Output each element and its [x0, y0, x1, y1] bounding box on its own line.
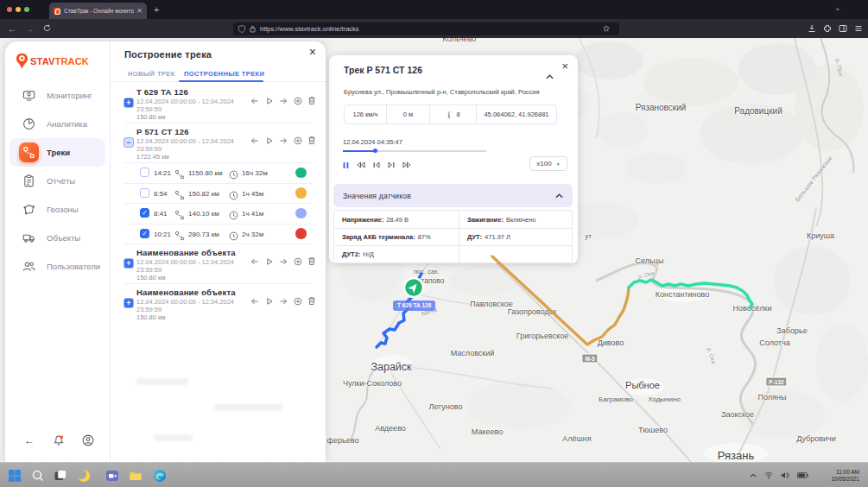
reports-icon: [19, 171, 39, 191]
sidebar-item-geozones[interactable]: Геозоны: [10, 195, 105, 224]
volume-icon[interactable]: [781, 471, 789, 479]
notifications-bell-icon[interactable]: [53, 434, 65, 451]
play-track-icon[interactable]: [265, 256, 274, 266]
locate-track-icon[interactable]: [294, 136, 302, 145]
reload-button[interactable]: [38, 24, 55, 34]
delete-track-icon[interactable]: [307, 296, 316, 306]
tray-chevron-icon[interactable]: [750, 472, 757, 479]
edge-icon[interactable]: [153, 469, 167, 483]
sidebar-item-analytics[interactable]: Аналитика: [10, 110, 105, 138]
menu-icon[interactable]: [854, 21, 863, 36]
play-track-icon[interactable]: [265, 296, 274, 306]
wifi-icon[interactable]: [764, 471, 773, 479]
track-item[interactable]: +Т 629 ТА 12612.04.2024 00:00:00 - 12.04…: [111, 83, 326, 123]
expand-track-button[interactable]: +: [124, 98, 134, 108]
play-track-icon[interactable]: [265, 136, 274, 145]
new-tab-button[interactable]: +: [154, 3, 159, 16]
search-icon[interactable]: [31, 469, 45, 483]
sidebar-toggle-icon[interactable]: [839, 21, 847, 36]
track-item[interactable]: +Наименование объекта12.04.2024 00:00:00…: [111, 283, 326, 323]
expand-track-button[interactable]: +: [124, 258, 134, 269]
list-tabs-icon[interactable]: ⌄: [834, 3, 841, 12]
vehicle-plate-badge[interactable]: Т 629 ТА 126: [393, 300, 435, 311]
teams-icon[interactable]: [105, 469, 119, 483]
zoom-window-button[interactable]: [24, 7, 29, 12]
locate-track-icon[interactable]: [294, 256, 302, 266]
taskbar-clock[interactable]: 11:00 AM 10/05/2021: [816, 469, 859, 483]
segment-checkbox[interactable]: ✓: [140, 208, 149, 218]
app-logo[interactable]: STAVTRACK: [16, 53, 89, 69]
next-track-icon[interactable]: [279, 96, 288, 105]
sidebar-item-monitoring[interactable]: Мониторинг: [10, 81, 105, 110]
sidebar-item-objects[interactable]: Объекты: [10, 224, 105, 252]
sidebar-nav: МониторингАналитикаТрекиОтчётыГеозоныОбъ…: [5, 81, 110, 281]
play-track-icon[interactable]: [265, 96, 274, 105]
playback-slider[interactable]: [343, 150, 486, 152]
playback-speed-select[interactable]: x100▼: [529, 156, 567, 171]
tab-built-tracks[interactable]: ПОСТРОЕННЫЕ ТРЕКИ: [184, 70, 264, 78]
track-segment-row[interactable]: 6:54150.82 км1ч 45м: [111, 183, 326, 204]
fast-forward-button[interactable]: [402, 161, 411, 168]
track-item[interactable]: +Наименование объекта12.04.2024 00:00:00…: [111, 244, 326, 283]
tab-new-track[interactable]: НОВЫЙ ТРЕК: [128, 70, 175, 78]
segment-checkbox[interactable]: [140, 188, 149, 198]
battery-icon[interactable]: [797, 472, 808, 478]
collapse-icon[interactable]: [546, 67, 554, 83]
firefox-icon[interactable]: [77, 469, 91, 483]
prev-track-icon[interactable]: [250, 96, 259, 105]
locate-track-icon[interactable]: [294, 296, 302, 306]
start-button[interactable]: [8, 469, 22, 483]
url-text: https://www.stavtrack.online/tracks: [260, 25, 603, 33]
tab-close-icon[interactable]: ✕: [136, 7, 143, 15]
browser-tab[interactable]: СтавТрак - Онлайн мониторин ✕: [49, 3, 147, 19]
task-view-icon[interactable]: [54, 469, 67, 483]
sidebar-item-users[interactable]: Пользователи: [10, 252, 105, 281]
collapse-sidebar-icon[interactable]: ←: [24, 434, 35, 446]
track-period: 12.04.2024 00:00:00 - 12.04.2024: [136, 298, 234, 306]
tracking-protection-icon[interactable]: [238, 25, 245, 33]
slider-knob[interactable]: [373, 149, 377, 153]
step-back-button[interactable]: [373, 161, 380, 168]
close-window-button[interactable]: [7, 7, 12, 12]
prev-track-icon[interactable]: [250, 136, 259, 145]
back-button[interactable]: ←: [3, 24, 21, 34]
sensors-header[interactable]: Значения датчиков: [333, 184, 573, 207]
track-builder-panel: Построение трека × НОВЫЙ ТРЕК ПОСТРОЕННЫ…: [111, 41, 326, 462]
sidebar-item-route[interactable]: Треки: [10, 138, 105, 167]
prev-track-icon[interactable]: [250, 256, 259, 266]
lock-icon[interactable]: [250, 25, 256, 33]
minimize-window-button[interactable]: [16, 7, 21, 12]
track-item[interactable]: −Р 571 СТ 12612.04.2024 00:00:00 - 12.04…: [111, 123, 326, 162]
expand-track-button[interactable]: +: [124, 298, 134, 308]
step-forward-button[interactable]: [388, 161, 395, 168]
prev-track-icon[interactable]: [250, 296, 259, 306]
segment-color-dot: [295, 187, 307, 199]
locate-track-icon[interactable]: [294, 96, 302, 105]
rewind-button[interactable]: [357, 161, 365, 168]
segment-checkbox[interactable]: [140, 168, 149, 177]
track-segment-row[interactable]: ✓10:21280.73 км2ч 32м: [111, 224, 326, 244]
file-explorer-icon[interactable]: [129, 469, 143, 483]
url-bar[interactable]: https://www.stavtrack.online/tracks: [233, 22, 619, 35]
track-distance: 150.80 км: [136, 113, 165, 121]
forward-button[interactable]: →: [21, 24, 38, 34]
playback-controls: [343, 160, 411, 170]
next-track-icon[interactable]: [279, 136, 288, 145]
close-panel-icon[interactable]: ×: [309, 45, 316, 59]
segment-checkbox[interactable]: ✓: [140, 229, 149, 238]
collapse-track-button[interactable]: −: [124, 137, 134, 148]
next-track-icon[interactable]: [279, 296, 288, 306]
bookmark-star-icon[interactable]: [603, 25, 610, 32]
close-details-icon[interactable]: ×: [561, 60, 568, 73]
track-segment-row[interactable]: 14:211150.80 км16ч 32м: [111, 162, 326, 183]
track-segment-row[interactable]: ✓8:41140.10 км1ч 41м: [111, 203, 326, 224]
extensions-icon[interactable]: [823, 21, 832, 36]
downloads-icon[interactable]: [808, 21, 816, 36]
delete-track-icon[interactable]: [307, 136, 316, 145]
delete-track-icon[interactable]: [307, 256, 316, 266]
pause-button[interactable]: [343, 161, 349, 169]
account-icon[interactable]: [82, 434, 94, 450]
delete-track-icon[interactable]: [307, 96, 316, 105]
next-track-icon[interactable]: [279, 256, 288, 266]
sidebar-item-reports[interactable]: Отчёты: [10, 167, 105, 195]
